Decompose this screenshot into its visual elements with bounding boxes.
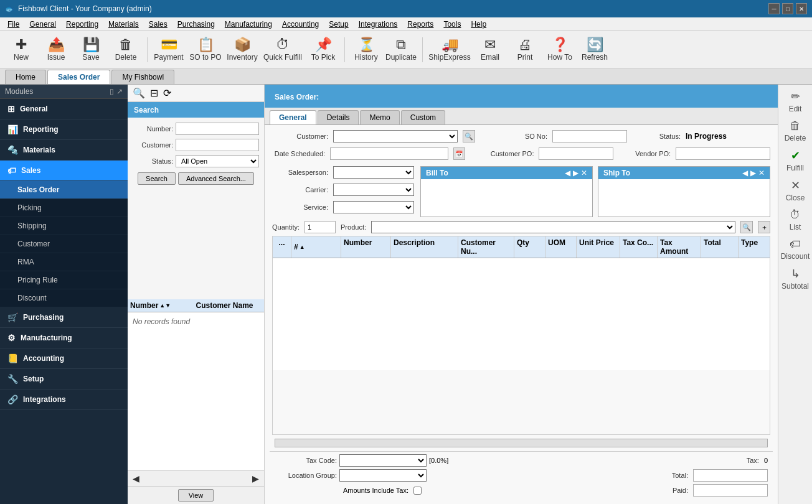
sidebar-item-manufacturing[interactable]: ⚙ Manufacturing: [0, 328, 128, 348]
cust-po-input[interactable]: [539, 147, 613, 160]
col-desc-header[interactable]: Description: [391, 236, 458, 258]
date-input[interactable]: [330, 147, 448, 160]
refresh-button[interactable]: 🔄 Refresh: [578, 34, 611, 66]
horizontal-scrollbar[interactable]: [275, 439, 768, 447]
product-search-button[interactable]: 🔍: [740, 221, 753, 233]
col-qty-header[interactable]: Qty: [514, 236, 545, 258]
customer-search-button[interactable]: 🔍: [463, 130, 475, 142]
bill-to-next[interactable]: ▶: [573, 169, 578, 177]
ship-to-close[interactable]: ✕: [758, 169, 765, 177]
delete-action-button[interactable]: 🗑 Delete: [780, 117, 810, 145]
tax-code-select[interactable]: [339, 454, 427, 467]
col-uom-header[interactable]: UOM: [545, 236, 577, 258]
status-select[interactable]: All Open All In Progress Completed Void: [176, 155, 259, 167]
so-no-input[interactable]: [552, 130, 627, 142]
prev-button[interactable]: ◀: [133, 474, 139, 483]
menu-general[interactable]: General: [24, 19, 61, 30]
so-to-po-button[interactable]: 📋 SO to PO: [187, 34, 224, 66]
menu-tools[interactable]: Tools: [438, 19, 466, 30]
delete-button[interactable]: 🗑 Delete: [110, 34, 142, 66]
sidebar-item-sales[interactable]: 🏷 Sales: [0, 161, 128, 181]
edit-action-button[interactable]: ✏ Edit: [780, 87, 810, 116]
product-add-button[interactable]: ＋: [758, 221, 770, 233]
number-input[interactable]: [176, 123, 259, 135]
close-action-button[interactable]: ✕ Close: [780, 176, 810, 205]
col-type-header[interactable]: Type: [739, 236, 770, 258]
menu-help[interactable]: Help: [466, 19, 491, 30]
quantity-input[interactable]: [304, 221, 336, 233]
history-button[interactable]: ⏳ History: [350, 34, 382, 66]
sidebar-item-sales-order[interactable]: Sales Order: [0, 181, 128, 199]
calendar-button[interactable]: 📅: [453, 147, 465, 160]
col-unitprice-header[interactable]: Unit Price: [577, 236, 620, 258]
product-select[interactable]: [371, 221, 735, 233]
payment-button[interactable]: 💳 Payment: [153, 34, 185, 66]
tab-details[interactable]: Details: [318, 110, 359, 124]
to-pick-button[interactable]: 📌 To Pick: [307, 34, 339, 66]
tab-sales-order[interactable]: Sales Order: [47, 70, 110, 84]
duplicate-button[interactable]: ⧉ Duplicate: [385, 34, 417, 66]
sidebar-item-rma[interactable]: RMA: [0, 253, 128, 271]
sidebar-item-picking[interactable]: Picking: [0, 199, 128, 217]
list-action-button[interactable]: ⏱ List: [780, 206, 810, 234]
sidebar-item-materials[interactable]: 🔩 Materials: [0, 140, 128, 161]
sidebar-item-general[interactable]: ⊞ General: [0, 99, 128, 119]
customer-select[interactable]: [333, 130, 458, 142]
tab-my-fishbowl[interactable]: My Fishbowl: [111, 70, 174, 84]
next-button[interactable]: ▶: [252, 474, 259, 483]
menu-manufacturing[interactable]: Manufacturing: [220, 19, 277, 30]
total-input[interactable]: [693, 469, 768, 482]
col-number-header[interactable]: Number: [341, 236, 391, 258]
howto-button[interactable]: ❓ How To: [544, 34, 576, 66]
sidebar-item-shipping[interactable]: Shipping: [0, 217, 128, 235]
sidebar-item-setup[interactable]: 🔧 Setup: [0, 369, 128, 390]
menu-integrations[interactable]: Integrations: [354, 19, 403, 30]
col-taxamt-header[interactable]: Tax Amount: [658, 236, 701, 258]
vendor-po-input[interactable]: [676, 147, 770, 160]
menu-materials[interactable]: Materials: [103, 19, 144, 30]
sidebar-item-purchasing[interactable]: 🛒 Purchasing: [0, 307, 128, 328]
inventory-button[interactable]: 📦 Inventory: [226, 34, 258, 66]
filter-icon[interactable]: ⊟: [150, 87, 158, 99]
sidebar-item-integrations[interactable]: 🔗 Integrations: [0, 390, 128, 410]
amounts-include-tax-checkbox[interactable]: [413, 487, 422, 495]
customer-input[interactable]: [176, 139, 259, 151]
menu-purchasing[interactable]: Purchasing: [172, 19, 220, 30]
tab-general[interactable]: General: [270, 110, 316, 124]
quick-fulfill-button[interactable]: ⏱ Quick Fulfill: [261, 34, 304, 66]
service-select[interactable]: [333, 201, 414, 213]
col-custnum-header[interactable]: Customer Nu...: [458, 236, 514, 258]
sidebar-restore-icon[interactable]: ▯: [110, 87, 114, 96]
bill-to-close[interactable]: ✕: [581, 169, 587, 177]
menu-reporting[interactable]: Reporting: [61, 19, 103, 30]
reset-icon[interactable]: ⟳: [163, 87, 171, 99]
maximize-button[interactable]: □: [782, 3, 793, 14]
subtotal-action-button[interactable]: ↳ Subtotal: [780, 264, 810, 293]
col-num-header[interactable]: # ▲: [291, 236, 341, 258]
col-taxcode-header[interactable]: Tax Co...: [620, 236, 658, 258]
close-button[interactable]: ✕: [796, 3, 807, 14]
ship-to-next[interactable]: ▶: [750, 169, 756, 177]
paid-input[interactable]: [693, 484, 768, 497]
tab-home[interactable]: Home: [5, 70, 46, 84]
sidebar-item-accounting[interactable]: 📒 Accounting: [0, 348, 128, 369]
sidebar-item-discount[interactable]: Discount: [0, 289, 128, 307]
view-button[interactable]: View: [178, 489, 214, 502]
fulfill-action-button[interactable]: ✔ Fulfill: [780, 146, 810, 175]
tab-memo[interactable]: Memo: [360, 110, 399, 124]
tab-custom[interactable]: Custom: [401, 110, 445, 124]
salesperson-select[interactable]: [333, 166, 414, 179]
shipexpress-button[interactable]: 🚚 ShipExpress: [428, 34, 471, 66]
col-total-header[interactable]: Total: [701, 236, 739, 258]
sidebar-item-customer[interactable]: Customer: [0, 235, 128, 253]
menu-accounting[interactable]: Accounting: [277, 19, 324, 30]
menu-reports[interactable]: Reports: [402, 19, 438, 30]
sidebar-item-reporting[interactable]: 📊 Reporting: [0, 119, 128, 140]
print-button[interactable]: 🖨 Print: [509, 34, 541, 66]
location-group-select[interactable]: [339, 469, 427, 482]
save-button[interactable]: 💾 Save: [75, 34, 107, 66]
issue-button[interactable]: 📤 Issue: [40, 34, 72, 66]
advanced-search-button[interactable]: Advanced Search...: [178, 172, 254, 185]
discount-action-button[interactable]: 🏷 Discount: [780, 235, 810, 263]
menu-setup[interactable]: Setup: [324, 19, 353, 30]
